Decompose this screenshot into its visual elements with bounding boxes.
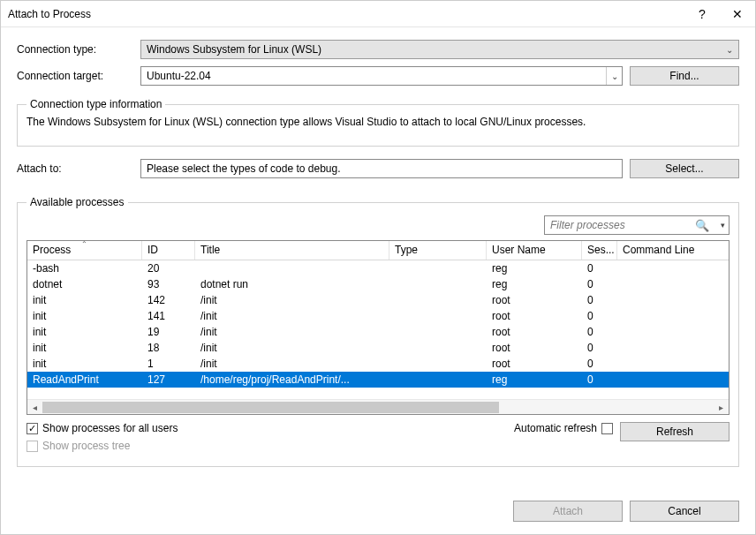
col-cmd[interactable]: Command Line — [617, 241, 729, 260]
filter-input[interactable]: Filter processes 🔍 ▾ — [544, 215, 730, 235]
cell: init — [27, 310, 142, 322]
search-icon[interactable]: 🔍 — [695, 219, 709, 232]
automatic-refresh-label: Automatic refresh — [514, 422, 597, 434]
table-row[interactable]: -bash20reg0 — [27, 260, 729, 276]
cell: /init — [195, 358, 389, 370]
connection-target-label: Connection target: — [17, 70, 140, 82]
cell: root — [487, 326, 582, 338]
table-row[interactable]: dotnet93dotnet runreg0 — [27, 276, 729, 292]
connection-target-combo[interactable]: Ubuntu-22.04 ⌄ — [140, 66, 623, 86]
cell: root — [487, 342, 582, 354]
col-process[interactable]: Process ⌃ — [27, 241, 142, 260]
table-row[interactable]: ReadAndPrint127/home/reg/proj/ReadAndPri… — [27, 372, 729, 388]
cell: 0 — [582, 294, 617, 306]
scroll-right-icon[interactable]: ▸ — [714, 403, 729, 412]
connection-info-group: Connection type information The Windows … — [17, 98, 739, 147]
cell: /home/reg/proj/ReadAndPrint/... — [195, 373, 389, 386]
cell: /init — [195, 310, 389, 322]
sort-asc-icon: ⌃ — [81, 240, 87, 248]
show-all-users-label: Show processes for all users — [42, 422, 178, 434]
cancel-button[interactable]: Cancel — [630, 501, 739, 522]
cell: dotnet run — [195, 278, 389, 290]
cell: reg — [487, 373, 582, 386]
filter-placeholder: Filter processes — [550, 219, 625, 231]
connection-info-text: The Windows Subsystem for Linux (WSL) co… — [26, 116, 730, 128]
cell: root — [487, 358, 582, 370]
show-all-users-checkbox[interactable] — [26, 423, 38, 434]
automatic-refresh-checkbox[interactable] — [601, 423, 613, 434]
cell: reg — [487, 262, 582, 275]
chevron-down-icon[interactable]: ▾ — [721, 221, 725, 230]
find-button[interactable]: Find... — [630, 66, 739, 86]
cell: /init — [195, 294, 389, 306]
cell: /init — [195, 342, 389, 354]
cell: 127 — [142, 373, 195, 386]
connection-target-value: Ubuntu-22.04 — [147, 70, 211, 82]
cell: root — [487, 294, 582, 306]
cell: init — [27, 342, 142, 354]
col-title[interactable]: Title — [195, 241, 389, 260]
available-processes-legend: Available processes — [26, 196, 128, 208]
available-processes-group: Available processes Filter processes 🔍 ▾… — [17, 196, 739, 467]
cell: 0 — [582, 310, 617, 322]
table-header: Process ⌃ ID Title Type User Name Ses...… — [27, 241, 729, 260]
cell: 0 — [582, 262, 617, 275]
connection-type-label: Connection type: — [17, 43, 140, 56]
close-icon[interactable]: ✕ — [720, 1, 755, 27]
cell: 0 — [582, 278, 617, 290]
show-process-tree-label: Show process tree — [42, 440, 130, 452]
cell: root — [487, 310, 582, 322]
cell: 0 — [582, 358, 617, 370]
cell: 93 — [142, 278, 195, 290]
connection-info-legend: Connection type information — [26, 98, 165, 110]
table-row[interactable]: init18/initroot0 — [27, 340, 729, 356]
cell: ReadAndPrint — [27, 373, 142, 386]
help-icon[interactable]: ? — [684, 1, 720, 27]
cell: 141 — [142, 310, 195, 322]
cell: init — [27, 294, 142, 306]
table-row[interactable]: init141/initroot0 — [27, 308, 729, 324]
col-id[interactable]: ID — [142, 241, 195, 260]
show-process-tree-checkbox — [26, 441, 38, 452]
cell: 0 — [582, 342, 617, 354]
connection-type-dropdown[interactable]: Windows Subsystem for Linux (WSL) ⌄ — [140, 40, 739, 59]
cell: reg — [487, 278, 582, 290]
table-row[interactable]: init1/initroot0 — [27, 356, 729, 372]
cell: /init — [195, 326, 389, 338]
cell: 20 — [142, 262, 195, 275]
connection-type-value: Windows Subsystem for Linux (WSL) — [147, 43, 321, 56]
scroll-left-icon[interactable]: ◂ — [27, 403, 42, 412]
cell: 0 — [582, 326, 617, 338]
cell: 18 — [142, 342, 195, 354]
cell: 0 — [582, 373, 617, 386]
cell: 19 — [142, 326, 195, 338]
table-row[interactable]: init142/initroot0 — [27, 292, 729, 308]
scroll-thumb[interactable] — [42, 402, 499, 413]
chevron-down-icon[interactable]: ⌄ — [606, 67, 622, 85]
select-button[interactable]: Select... — [630, 159, 739, 178]
cell: init — [27, 326, 142, 338]
attach-to-field: Please select the types of code to debug… — [140, 159, 623, 178]
horizontal-scrollbar[interactable]: ◂ ▸ — [27, 399, 729, 414]
cell: 1 — [142, 358, 195, 370]
cell: init — [27, 358, 142, 370]
col-user[interactable]: User Name — [487, 241, 582, 260]
col-type[interactable]: Type — [389, 241, 487, 260]
refresh-button[interactable]: Refresh — [620, 422, 730, 441]
attach-button[interactable]: Attach — [513, 501, 623, 522]
col-ses[interactable]: Ses... — [582, 241, 617, 260]
cell: -bash — [27, 262, 142, 275]
attach-to-label: Attach to: — [17, 162, 140, 175]
process-table[interactable]: Process ⌃ ID Title Type User Name Ses...… — [26, 240, 730, 415]
cell: 142 — [142, 294, 195, 306]
chevron-down-icon: ⌄ — [726, 45, 733, 55]
attach-to-value: Please select the types of code to debug… — [147, 162, 340, 175]
table-row[interactable]: init19/initroot0 — [27, 324, 729, 340]
window-title: Attach to Process — [8, 8, 684, 20]
cell: dotnet — [27, 278, 142, 290]
